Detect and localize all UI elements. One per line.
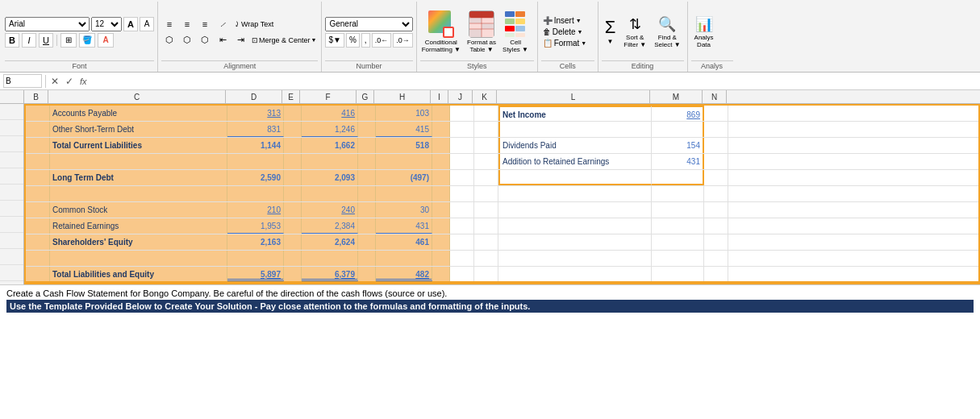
grid-cell[interactable] — [358, 202, 376, 218]
grid-cell[interactable] — [284, 138, 302, 153]
grid-cell[interactable]: Long Term Debt — [50, 170, 227, 185]
confirm-icon[interactable]: ✓ — [64, 76, 75, 87]
row-header[interactable] — [0, 104, 23, 120]
autosum-button[interactable]: Σ ▼ — [602, 10, 619, 54]
grid-cell[interactable] — [474, 186, 498, 201]
grid-cell[interactable] — [474, 122, 498, 137]
comma-button[interactable]: , — [361, 33, 370, 48]
grid-cell[interactable] — [358, 251, 376, 266]
grid-cell[interactable] — [284, 234, 302, 250]
row-header[interactable] — [0, 249, 23, 265]
grid-cell[interactable] — [450, 251, 474, 266]
underline-button[interactable]: U — [39, 33, 53, 48]
grid-cell[interactable]: 518 — [376, 138, 432, 153]
grid-cell[interactable] — [432, 186, 450, 201]
grid-cell[interactable] — [26, 106, 50, 121]
grid-cell[interactable] — [284, 154, 302, 169]
col-header-N[interactable]: N — [703, 90, 727, 103]
grid-cell[interactable] — [704, 234, 728, 250]
grid-cell[interactable]: Total Current Liabilities — [50, 138, 227, 153]
row-header[interactable] — [0, 217, 23, 233]
grid-cell[interactable]: 210 — [227, 202, 284, 218]
grid-cell[interactable] — [498, 251, 652, 266]
grid-cell[interactable] — [358, 234, 376, 250]
grid-cell[interactable] — [474, 106, 498, 121]
grid-cell[interactable] — [652, 234, 704, 250]
grid-cell[interactable] — [474, 251, 498, 266]
cancel-icon[interactable]: ✕ — [49, 76, 60, 87]
grid-cell[interactable] — [376, 251, 432, 266]
grid-cell[interactable] — [652, 122, 704, 137]
row-header[interactable] — [0, 185, 23, 201]
grid-cell[interactable] — [26, 267, 50, 281]
grid-cell[interactable]: 103 — [376, 106, 432, 121]
grid-cell[interactable] — [704, 170, 728, 185]
grid-cell[interactable] — [652, 251, 704, 266]
grid-cell[interactable] — [474, 154, 498, 169]
grid-cell[interactable] — [450, 170, 474, 185]
font-name-select[interactable]: Arial — [5, 17, 90, 31]
grid-cell[interactable] — [432, 267, 450, 281]
align-top-left-button[interactable]: ≡ — [161, 17, 177, 31]
number-format-select[interactable]: General — [325, 17, 412, 31]
bold-button[interactable]: B — [5, 33, 19, 48]
grid-cell[interactable] — [704, 218, 728, 234]
grid-cell-accounts-payable[interactable]: Accounts Payable — [50, 106, 227, 121]
grid-cell[interactable]: 831 — [227, 122, 284, 137]
grid-cell[interactable] — [704, 186, 728, 201]
grid-cell[interactable] — [26, 122, 50, 137]
grid-cell[interactable] — [50, 154, 227, 169]
grid-cell[interactable] — [450, 138, 474, 153]
grid-cell[interactable] — [450, 106, 474, 121]
align-top-right-button[interactable]: ≡ — [197, 17, 213, 31]
grid-cell-total-equity-h[interactable]: 482 — [376, 267, 432, 281]
grid-cell[interactable]: 1,662 — [302, 138, 358, 153]
grid-cell[interactable] — [26, 154, 50, 169]
grid-cell[interactable] — [474, 138, 498, 153]
merge-center-button[interactable]: ⊡ Merge & Center ▼ — [250, 35, 318, 45]
grid-cell[interactable] — [358, 122, 376, 137]
grid-cell[interactable] — [302, 186, 358, 201]
grid-cell-dividends-val[interactable]: 154 — [652, 138, 704, 153]
grid-cell[interactable]: 415 — [376, 122, 432, 137]
grid-cell[interactable]: 2,590 — [227, 170, 284, 185]
grid-cell[interactable] — [432, 122, 450, 137]
col-header-I[interactable]: I — [431, 90, 448, 103]
grid-cell[interactable] — [302, 154, 358, 169]
wrap-text-button[interactable]: ⤸ Wrap Text — [232, 19, 275, 29]
col-header-K[interactable]: K — [473, 90, 497, 103]
grid-cell[interactable]: 416 — [302, 106, 358, 121]
delete-button[interactable]: 🗑 Delete ▼ — [541, 27, 594, 37]
grid-cell[interactable] — [498, 186, 652, 201]
grid-cell[interactable] — [284, 218, 302, 234]
row-header[interactable] — [0, 233, 23, 249]
grid-cell[interactable]: 1,246 — [302, 122, 358, 137]
grid-cell[interactable] — [432, 138, 450, 153]
grid-cell[interactable] — [284, 122, 302, 137]
grid-cell[interactable] — [227, 186, 284, 201]
grid-cell[interactable] — [450, 122, 474, 137]
cell-styles-button[interactable]: CellStyles ▼ — [501, 7, 530, 57]
grid-cell[interactable] — [284, 251, 302, 266]
conditional-formatting-button[interactable]: ConditionalFormatting ▼ — [420, 7, 462, 57]
grid-cell[interactable] — [704, 251, 728, 266]
grid-cell[interactable] — [704, 122, 728, 137]
grid-cell[interactable] — [450, 234, 474, 250]
formula-input[interactable] — [92, 74, 977, 88]
grid-cell[interactable] — [474, 170, 498, 185]
col-header-H[interactable]: H — [374, 90, 431, 103]
grid-cell[interactable] — [26, 138, 50, 153]
grid-cell[interactable] — [652, 186, 704, 201]
percent-button[interactable]: % — [346, 33, 360, 48]
grid-cell[interactable] — [652, 218, 704, 234]
grid-cell[interactable] — [704, 154, 728, 169]
grid-cell[interactable] — [358, 170, 376, 185]
col-header-C[interactable]: C — [48, 90, 226, 103]
col-header-J[interactable]: J — [448, 90, 473, 103]
grid-cell[interactable] — [474, 267, 498, 281]
grid-cell[interactable] — [26, 251, 50, 266]
grid-cell[interactable] — [302, 251, 358, 266]
grid-cell-total-equity-f[interactable]: 6,379 — [302, 267, 358, 281]
grid-cell-net-income-label[interactable]: Net Income — [498, 106, 652, 121]
grid-cell[interactable]: 30 — [376, 202, 432, 218]
